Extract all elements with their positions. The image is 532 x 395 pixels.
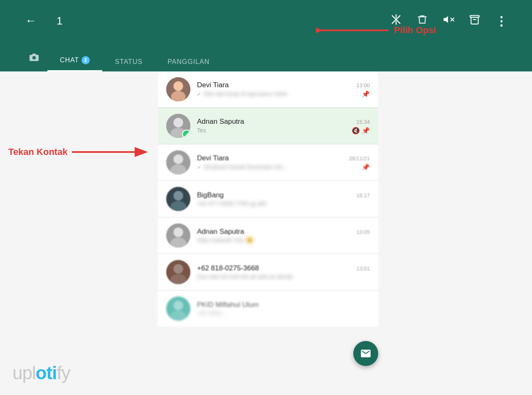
pilih-opsi-label: Pilih Opsi xyxy=(394,25,436,36)
mute-button[interactable] xyxy=(443,14,454,28)
chat-time: 13:01 xyxy=(356,265,370,272)
camera-tab[interactable] xyxy=(21,52,47,71)
svg-point-24 xyxy=(173,264,183,274)
preview-text: Siap makasih mas 😊 xyxy=(197,237,370,243)
chat-time: 28/11/21 xyxy=(349,155,370,162)
contact-name: Devi Tiara xyxy=(197,154,229,162)
fab-button[interactable] xyxy=(353,341,378,366)
contact-name: Adnan Saputra xyxy=(197,118,244,126)
back-button[interactable]: ← xyxy=(25,14,37,27)
pilih-opsi-arrow xyxy=(316,23,391,38)
contact-name: +62 818-0275-3668 xyxy=(197,264,259,272)
avatar xyxy=(166,77,190,101)
check-icon: ✓ xyxy=(197,91,202,97)
avatar xyxy=(166,150,190,174)
contact-name: BigBang xyxy=(197,191,224,199)
chat-content: Adnan Saputra 15.34 Tes 🔇 📌 xyxy=(197,118,370,135)
tekan-kontak-annotation: Tekan Kontak xyxy=(8,145,151,159)
svg-point-7 xyxy=(32,56,36,59)
svg-point-12 xyxy=(173,118,183,128)
tekan-kontak-label: Tekan Kontak xyxy=(8,147,68,157)
svg-rect-6 xyxy=(470,15,479,17)
avatar xyxy=(166,297,190,321)
chat-item[interactable]: +62 818-0275-3668 13:01 Dya ada tuh kok … xyxy=(158,254,378,290)
chat-list: Devi Tiara 13:00 ✓ Oke dari kerja di apa… xyxy=(158,71,378,327)
chat-time: 13:00 xyxy=(356,82,370,88)
svg-point-15 xyxy=(173,155,183,164)
chat-time: 16:17 xyxy=(356,192,370,199)
svg-point-21 xyxy=(173,228,183,237)
preview-text: +62 877-0008-7789 yg akh xyxy=(197,200,370,207)
chat-item[interactable]: PKID Miftahul Ulum +62 0000... xyxy=(158,291,378,327)
chat-content: BigBang 16:17 +62 877-0008-7789 yg akh xyxy=(197,191,370,207)
check-icon: ✓ xyxy=(197,164,202,170)
preview-text: Oke dari kerja di apa kamu hehe xyxy=(203,91,360,97)
tekan-kontak-arrow xyxy=(68,145,151,159)
chat-content: Devi Tiara 28/11/21 ✓ Jdi jikwal Hanafi … xyxy=(197,154,370,171)
contact-name: Devi Tiara xyxy=(197,81,229,89)
more-button[interactable]: ⋮ xyxy=(495,14,507,28)
svg-point-18 xyxy=(173,191,183,201)
pilih-opsi-annotation: Pilih Opsi xyxy=(316,23,436,38)
chat-time: 13:05 xyxy=(356,229,370,235)
tab-chat[interactable]: CHAT 2 xyxy=(47,56,102,71)
watermark: uplotify xyxy=(12,363,70,383)
pin-icon: 📌 xyxy=(362,127,370,135)
preview-text: +62 0000... xyxy=(197,310,370,316)
chat-item-selected[interactable]: ✓ Adnan Saputra 15.34 Tes 🔇 📌 xyxy=(158,108,378,144)
archive-button[interactable] xyxy=(469,14,480,28)
top-action-bar: ← 1 xyxy=(0,0,532,42)
chat-item[interactable]: Adnan Saputra 13:05 Siap makasih mas 😊 xyxy=(158,218,378,254)
tab-bar: CHAT 2 STATUS PANGGILAN xyxy=(0,42,532,71)
tab-status[interactable]: STATUS xyxy=(102,58,155,71)
contact-name: PKID Miftahul Ulum xyxy=(197,301,259,309)
chat-badge: 2 xyxy=(81,56,90,64)
preview-text: Tes xyxy=(197,127,350,134)
avatar xyxy=(166,260,190,284)
svg-point-9 xyxy=(173,81,183,91)
chat-item[interactable]: BigBang 16:17 +62 877-0008-7789 yg akh xyxy=(158,181,378,217)
selected-count: 1 xyxy=(57,15,62,27)
chat-content: Devi Tiara 13:00 ✓ Oke dari kerja di apa… xyxy=(197,81,370,98)
chat-item[interactable]: Devi Tiara 13:00 ✓ Oke dari kerja di apa… xyxy=(158,71,378,108)
pin-icon: 📌 xyxy=(362,163,370,171)
avatar xyxy=(166,187,190,211)
avatar-check: ✓ xyxy=(182,130,190,138)
chat-content: Adnan Saputra 13:05 Siap makasih mas 😊 xyxy=(197,228,370,243)
tab-panggilan[interactable]: PANGGILAN xyxy=(155,58,222,71)
chat-time: 15.34 xyxy=(356,119,370,125)
preview-text: Jdi jikwal Hanafi Desember De... xyxy=(203,164,360,170)
chat-item[interactable]: Devi Tiara 28/11/21 ✓ Jdi jikwal Hanafi … xyxy=(158,145,378,181)
svg-point-27 xyxy=(173,301,183,310)
avatar: ✓ xyxy=(166,114,190,138)
pin-icon: 📌 xyxy=(362,90,370,98)
chat-content: PKID Miftahul Ulum +62 0000... xyxy=(197,301,370,316)
avatar xyxy=(166,223,190,248)
contact-name: Adnan Saputra xyxy=(197,228,244,236)
mute-icon: 🔇 xyxy=(352,127,360,135)
preview-text: Dya ada tuh kok tok pk ada ya aknab xyxy=(197,273,370,280)
chat-content: +62 818-0275-3668 13:01 Dya ada tuh kok … xyxy=(197,264,370,280)
